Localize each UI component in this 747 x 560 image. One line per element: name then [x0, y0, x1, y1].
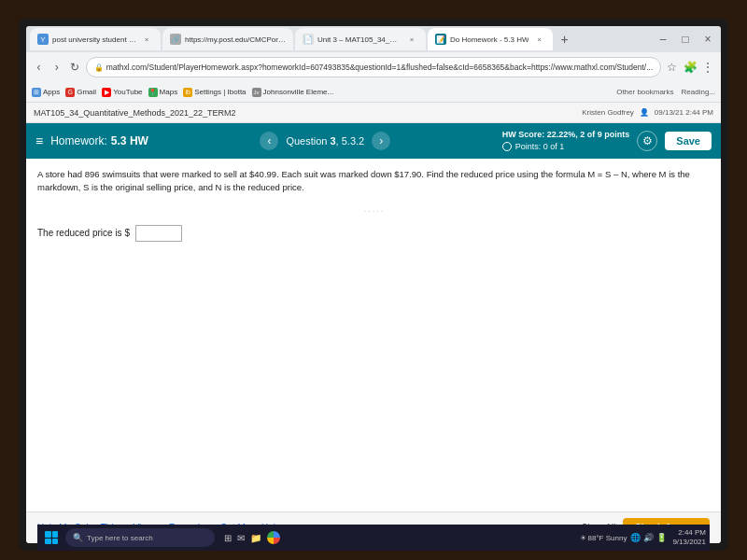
hw-settings-icon[interactable]: ⚙ [637, 131, 657, 151]
reading-mode-link[interactable]: Reading... [682, 88, 715, 96]
hw-points-row: Points: 0 of 1 [502, 141, 630, 153]
extension-icon[interactable]: 🧩 [684, 58, 698, 77]
browser-tab-2[interactable]: 🔗 https://my.post.edu/CMCPortal/... [162, 28, 293, 50]
question-info: Question 3, 5.3.2 [286, 135, 364, 147]
hw-nav-center: ‹ Question 3, 5.3.2 › [156, 132, 495, 150]
taskbar-pinned-icons: ⊞ ✉ 📁 [224, 531, 280, 543]
tab-icon-3: 📄 [303, 34, 314, 45]
prev-question-button[interactable]: ‹ [260, 132, 278, 150]
maps-icon: 📍 [148, 88, 158, 97]
taskbar-time-display: 2:44 PM [672, 528, 706, 538]
tab-close-3[interactable]: × [405, 33, 418, 46]
address-text: mathxl.com/Student/PlayerHomework.aspx?h… [106, 63, 654, 72]
points-radio [502, 142, 512, 151]
question-text: A store had 896 swimsuits that were mark… [37, 168, 710, 195]
hw-title: 5.3 HW [111, 134, 148, 147]
tab-icon-2: 🔗 [170, 34, 181, 45]
hw-label: Homework: 5.3 HW [50, 134, 148, 147]
taskbar-search-icon: 🔍 [73, 533, 83, 542]
system-tray-icons: 🌐 🔊 🔋 [630, 533, 667, 542]
browser-tab-4[interactable]: 📝 Do Homework - 5.3 HW × [428, 28, 553, 50]
page-datetime: 09/13/21 2:44 PM [655, 108, 713, 117]
network-icon: 🌐 [630, 533, 641, 542]
youtube-icon: ▶ [102, 88, 111, 97]
volume-icon: 🔊 [643, 533, 654, 542]
user-icon: 👤 [640, 108, 649, 117]
answer-input[interactable] [135, 225, 182, 242]
page-title: MAT105_34_Quantitative_Methods_2021_22_T… [34, 108, 235, 118]
settings-icon: ib [183, 88, 192, 97]
close-window-button[interactable]: × [698, 30, 717, 49]
address-bar[interactable]: 🔒 mathxl.com/Student/PlayerHomework.aspx… [86, 57, 662, 77]
bookmark-johnsonville[interactable]: Jv Johnsonville Eleme... [252, 88, 334, 97]
start-button[interactable] [41, 527, 62, 543]
maximize-button[interactable]: □ [676, 30, 695, 49]
new-tab-button[interactable]: + [555, 30, 573, 49]
taskbar-mail-icon[interactable]: ✉ [237, 533, 245, 543]
page-title-right: Kristen Godfrey 👤 09/13/21 2:44 PM [582, 108, 713, 117]
tab-icon-4: 📝 [435, 34, 446, 45]
browser-tab-3[interactable]: 📄 Unit 3 – MAT105_34_Quantitativ... × [295, 28, 426, 50]
back-button[interactable]: ‹ [32, 58, 46, 77]
taskbar-search[interactable]: 🔍 Type here to search [65, 528, 215, 543]
question-section: 5.3.2 [342, 135, 364, 147]
bookmarks-bar: ⊞ Apps G Gmail ▶ YouTube 📍 Maps ib Se [26, 82, 721, 103]
hw-header: ≡ Homework: 5.3 HW ‹ Question 3, 5.3.2 › [26, 123, 721, 159]
minimize-button[interactable]: – [654, 30, 672, 49]
tab-label-2: https://my.post.edu/CMCPortal/... [185, 35, 286, 44]
johnsonville-icon: Jv [252, 88, 261, 97]
taskbar-chrome-icon[interactable] [267, 531, 280, 543]
star-icon[interactable]: ☆ [665, 58, 679, 77]
expand-dots: · · · · · [37, 206, 710, 217]
reload-button[interactable]: ↻ [67, 58, 81, 77]
tab-label-3: Unit 3 – MAT105_34_Quantitativ... [317, 35, 402, 44]
forward-button[interactable]: › [49, 58, 63, 77]
tab-icon-1: Y [37, 34, 49, 45]
tab-close-1[interactable]: × [140, 33, 153, 46]
taskbar-date-display: 9/13/2021 [672, 538, 706, 543]
user-name: Kristen Godfrey [582, 108, 634, 117]
answer-row: The reduced price is $ [37, 225, 710, 242]
question-area: A store had 896 swimsuits that were mark… [26, 159, 721, 511]
weather-text: 88°F Sunny [588, 534, 627, 542]
taskbar-taskview-icon[interactable]: ⊞ [224, 533, 232, 543]
weather-icon: ☀ [580, 534, 586, 542]
bookmark-apps[interactable]: ⊞ Apps [32, 88, 60, 97]
tab-label-4: Do Homework - 5.3 HW [450, 35, 529, 44]
tab-close-4[interactable]: × [532, 33, 545, 46]
hw-score-section: HW Score: 22.22%, 2 of 9 points Points: … [502, 129, 712, 152]
taskbar-clock[interactable]: 2:44 PM 9/13/2021 [672, 528, 706, 543]
lock-icon: 🔒 [94, 63, 104, 72]
address-bar-row: ‹ › ↻ 🔒 mathxl.com/Student/PlayerHomewor… [26, 52, 721, 82]
taskbar-search-text: Type here to search [87, 534, 153, 542]
taskbar-folder-icon[interactable]: 📁 [250, 533, 261, 543]
other-bookmarks-link[interactable]: Other bookmarks [616, 88, 673, 96]
taskbar: 🔍 Type here to search ⊞ ✉ 📁 ☀ 88°F Sunny… [37, 525, 710, 543]
taskbar-right: 🌐 🔊 🔋 2:44 PM 9/13/2021 [630, 528, 706, 543]
page-title-bar: MAT105_34_Quantitative_Methods_2021_22_T… [26, 103, 721, 123]
bookmark-maps[interactable]: 📍 Maps [148, 88, 178, 97]
battery-icon: 🔋 [656, 533, 667, 542]
bookmark-gmail[interactable]: G Gmail [65, 88, 96, 97]
question-number: 3 [330, 135, 335, 147]
weather-info: ☀ 88°F Sunny [580, 534, 627, 542]
browser-tab-1[interactable]: Y post university student login - Y... × [30, 28, 161, 50]
tab-bar: Y post university student login - Y... ×… [26, 26, 721, 52]
bookmark-youtube[interactable]: ▶ YouTube [102, 88, 142, 97]
homework-app: ≡ Homework: 5.3 HW ‹ Question 3, 5.3.2 › [26, 123, 721, 543]
hw-menu-icon[interactable]: ≡ [35, 133, 43, 148]
bookmark-settings[interactable]: ib Settings | Ibotta [183, 88, 246, 97]
hw-save-button[interactable]: Save [665, 132, 712, 150]
tab-label-1: post university student login - Y... [52, 35, 136, 44]
apps-icon: ⊞ [32, 88, 41, 97]
answer-prefix: The reduced price is $ [37, 226, 130, 240]
next-question-button[interactable]: › [372, 132, 390, 150]
windows-logo [45, 531, 58, 543]
gmail-icon: G [65, 88, 75, 97]
menu-button[interactable]: ⋮ [701, 58, 715, 77]
hw-score-text: HW Score: 22.22%, 2 of 9 points Points: … [502, 129, 630, 152]
